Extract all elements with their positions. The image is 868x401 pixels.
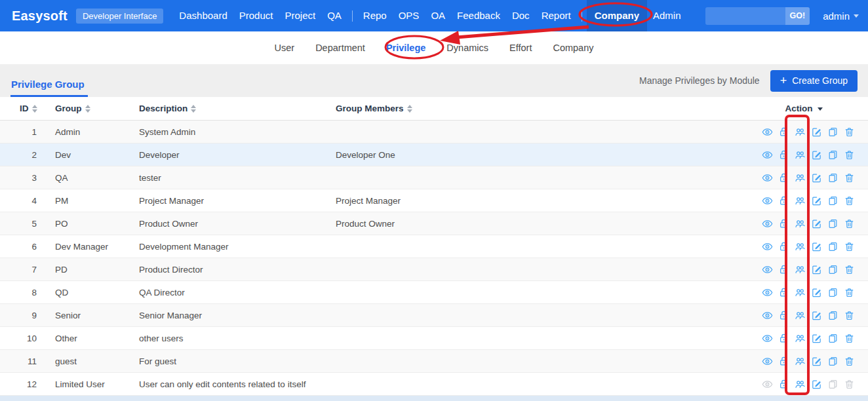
trash-icon[interactable]	[844, 310, 855, 321]
group-members-icon[interactable]	[795, 195, 806, 206]
trash-icon[interactable]	[844, 287, 855, 298]
lock-icon[interactable]	[778, 172, 789, 183]
user-menu[interactable]: admin	[823, 10, 859, 22]
edit-pencil-icon[interactable]	[811, 241, 822, 252]
eye-icon[interactable]	[762, 241, 773, 252]
topnav-item-qa[interactable]: QA	[321, 0, 347, 31]
copy-icon[interactable]	[827, 172, 838, 183]
edit-pencil-icon[interactable]	[811, 172, 822, 183]
copy-icon[interactable]	[827, 264, 838, 275]
subnav-item-dynamics[interactable]: Dynamics	[446, 43, 488, 53]
column-header-id[interactable]: ID	[5, 104, 45, 113]
group-members-icon[interactable]	[795, 310, 806, 321]
trash-icon[interactable]	[844, 195, 855, 206]
lock-icon[interactable]	[778, 310, 789, 321]
lock-icon[interactable]	[778, 149, 789, 161]
trash-icon[interactable]	[844, 218, 855, 229]
edit-pencil-icon[interactable]	[811, 356, 822, 367]
eye-icon[interactable]	[762, 172, 773, 183]
lock-icon[interactable]	[778, 379, 789, 390]
search-input[interactable]	[705, 7, 785, 25]
topnav-item-project[interactable]: Project	[279, 0, 321, 31]
eye-icon[interactable]	[762, 218, 773, 229]
trash-icon[interactable]	[844, 264, 855, 275]
trash-icon[interactable]	[844, 172, 855, 183]
edit-pencil-icon[interactable]	[811, 310, 822, 321]
subnav-item-privilege[interactable]: Privilege	[386, 43, 425, 53]
trash-icon[interactable]	[844, 241, 855, 252]
copy-icon[interactable]	[827, 149, 838, 161]
group-members-icon[interactable]	[795, 172, 806, 183]
eye-icon[interactable]	[762, 356, 773, 367]
column-header-action[interactable]: Action	[745, 104, 863, 113]
app-logo[interactable]: Easysoft	[12, 9, 68, 24]
edit-pencil-icon[interactable]	[811, 333, 822, 344]
eye-icon[interactable]	[762, 195, 773, 206]
lock-icon[interactable]	[778, 264, 789, 275]
subnav-item-company[interactable]: Company	[553, 43, 593, 53]
group-members-icon[interactable]	[795, 333, 806, 344]
edit-pencil-icon[interactable]	[811, 264, 822, 275]
lock-icon[interactable]	[778, 218, 789, 229]
copy-icon[interactable]	[827, 356, 838, 367]
copy-icon[interactable]	[827, 287, 838, 298]
edit-pencil-icon[interactable]	[811, 379, 822, 390]
lock-icon[interactable]	[778, 195, 789, 206]
lock-icon[interactable]	[778, 356, 789, 367]
copy-icon[interactable]	[827, 195, 838, 206]
create-group-button[interactable]: + Create Group	[770, 70, 858, 92]
eye-icon[interactable]	[762, 287, 773, 298]
lock-icon[interactable]	[778, 333, 789, 344]
group-members-icon[interactable]	[795, 379, 806, 390]
sort-icon[interactable]	[32, 105, 37, 113]
column-header-group-members[interactable]: Group Members	[325, 104, 745, 113]
copy-icon[interactable]	[827, 333, 838, 344]
group-members-icon[interactable]	[795, 264, 806, 275]
topnav-item-doc[interactable]: Doc	[506, 0, 536, 31]
group-members-icon[interactable]	[795, 287, 806, 298]
lock-icon[interactable]	[778, 126, 789, 138]
sort-icon[interactable]	[407, 105, 412, 113]
edit-pencil-icon[interactable]	[811, 287, 822, 298]
column-header-description[interactable]: Description	[128, 104, 325, 113]
eye-icon[interactable]	[762, 126, 773, 138]
group-members-icon[interactable]	[795, 218, 806, 229]
subnav-item-department[interactable]: Department	[315, 43, 365, 53]
lock-icon[interactable]	[778, 241, 789, 252]
edit-pencil-icon[interactable]	[811, 149, 822, 161]
topnav-item-ops[interactable]: OPS	[393, 0, 425, 31]
topnav-item-dashboard[interactable]: Dashboard	[173, 0, 233, 31]
topnav-item-repo[interactable]: Repo	[357, 0, 393, 31]
trash-icon[interactable]	[844, 149, 855, 161]
subnav-item-effort[interactable]: Effort	[509, 43, 532, 53]
copy-icon[interactable]	[827, 218, 838, 229]
topnav-item-feedback[interactable]: Feedback	[451, 0, 506, 31]
eye-icon[interactable]	[762, 149, 773, 161]
group-members-icon[interactable]	[795, 241, 806, 252]
topnav-item-company[interactable]: Company	[587, 0, 647, 31]
group-members-icon[interactable]	[795, 149, 806, 161]
group-members-icon[interactable]	[795, 356, 806, 367]
topnav-item-report[interactable]: Report	[536, 0, 577, 31]
column-header-group[interactable]: Group	[45, 104, 128, 113]
topnav-item-admin[interactable]: Admin	[647, 0, 687, 31]
eye-icon[interactable]	[762, 264, 773, 275]
edit-pencil-icon[interactable]	[811, 126, 822, 138]
topnav-item-product[interactable]: Product	[233, 0, 279, 31]
topnav-item-oa[interactable]: OA	[425, 0, 451, 31]
eye-icon[interactable]	[762, 310, 773, 321]
group-members-icon[interactable]	[795, 126, 806, 138]
edit-pencil-icon[interactable]	[811, 195, 822, 206]
trash-icon[interactable]	[844, 356, 855, 367]
copy-icon[interactable]	[827, 310, 838, 321]
subnav-item-user[interactable]: User	[275, 43, 295, 53]
tab-privilege-group[interactable]: Privilege Group	[10, 79, 88, 97]
trash-icon[interactable]	[844, 126, 855, 138]
lock-icon[interactable]	[778, 287, 789, 298]
eye-icon[interactable]	[762, 333, 773, 344]
sort-icon[interactable]	[191, 105, 196, 113]
copy-icon[interactable]	[827, 241, 838, 252]
manage-privileges-link[interactable]: Manage Privileges by Module	[639, 75, 760, 86]
trash-icon[interactable]	[844, 333, 855, 344]
search-go-button[interactable]: GO!	[785, 7, 810, 25]
